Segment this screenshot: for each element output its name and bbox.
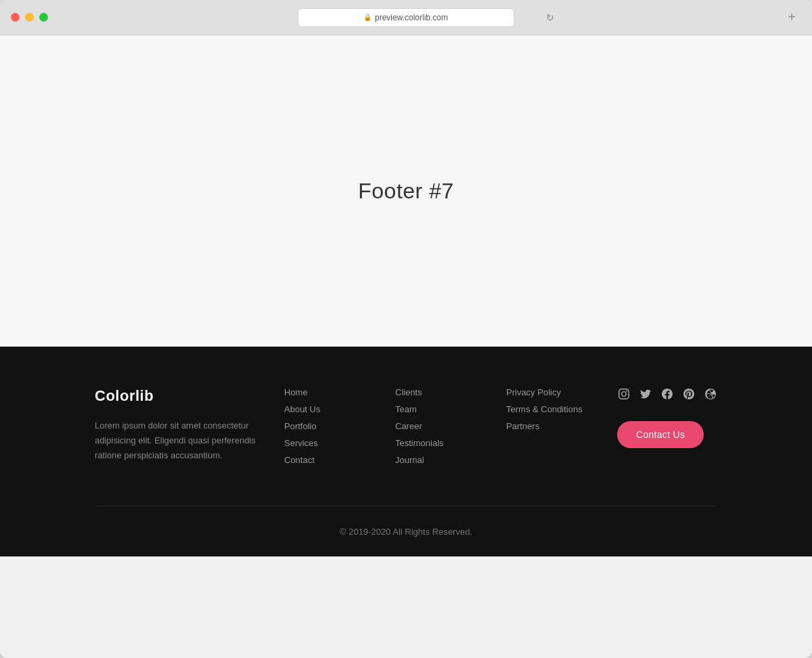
nav-link-clients[interactable]: Clients [395,387,506,397]
footer-bottom: © 2019-2020 All Rights Reserved. [95,506,717,556]
footer-nav-col-3: Privacy Policy Terms & Conditions Partne… [506,387,617,465]
twitter-icon[interactable] [639,387,652,401]
nav-link-portfolio[interactable]: Portfolio [284,421,395,431]
address-bar[interactable]: 🔒 preview.colorlib.com ↻ [298,8,514,27]
nav-link-journal[interactable]: Journal [395,455,506,465]
refresh-button[interactable]: ↻ [546,12,554,23]
nav-link-team[interactable]: Team [395,404,506,414]
footer-description: Lorem ipsum dolor sit amet consectetur a… [95,418,257,463]
footer-social-col: Contact Us [617,387,717,465]
pinterest-icon[interactable] [682,387,696,401]
minimize-button[interactable] [25,13,34,22]
browser-titlebar: 🔒 preview.colorlib.com ↻ + [0,0,812,35]
nav-link-partners[interactable]: Partners [506,421,617,431]
footer-brand: Colorlib Lorem ipsum dolor sit amet cons… [95,387,284,463]
nav-link-career[interactable]: Career [395,421,506,431]
new-tab-button[interactable]: + [782,8,801,27]
footer-copyright: © 2019-2020 All Rights Reserved. [340,527,472,537]
url-text: preview.colorlib.com [375,13,448,22]
footer-nav-col-2: Clients Team Career Testimonials Journal [395,387,506,465]
browser-window: 🔒 preview.colorlib.com ↻ + Footer #7 Col… [0,0,812,658]
nav-link-home[interactable]: Home [284,387,395,397]
social-icons [617,387,717,401]
dribbble-icon[interactable] [704,387,717,401]
nav-link-testimonials[interactable]: Testimonials [395,438,506,448]
maximize-button[interactable] [39,13,48,22]
footer-top: Colorlib Lorem ipsum dolor sit amet cons… [95,387,717,506]
facebook-icon[interactable] [660,387,674,401]
browser-buttons [11,13,48,22]
lock-icon: 🔒 [364,14,371,22]
footer-nav-columns: Home About Us Portfolio Services Contact… [284,387,717,465]
nav-link-privacy[interactable]: Privacy Policy [506,387,617,397]
page-title: Footer #7 [358,179,453,204]
close-button[interactable] [11,13,20,22]
nav-link-about[interactable]: About Us [284,404,395,414]
nav-link-terms[interactable]: Terms & Conditions [506,404,617,414]
contact-us-button[interactable]: Contact Us [617,421,704,448]
footer-logo: Colorlib [95,387,257,405]
footer: Colorlib Lorem ipsum dolor sit amet cons… [0,347,812,556]
nav-link-services[interactable]: Services [284,438,395,448]
footer-nav-col-1: Home About Us Portfolio Services Contact [284,387,395,465]
instagram-icon[interactable] [617,387,631,401]
nav-link-contact[interactable]: Contact [284,455,395,465]
page-content-area: Footer #7 [0,35,812,347]
